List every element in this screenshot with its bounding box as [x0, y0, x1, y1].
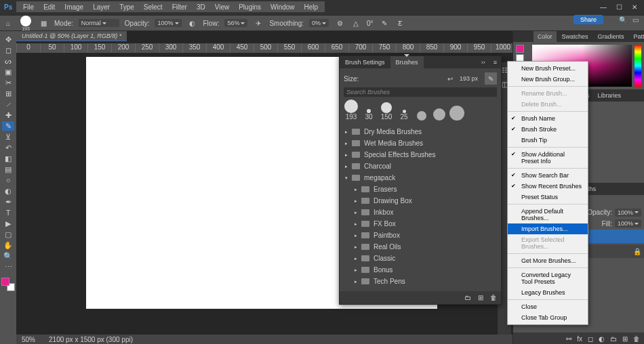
picker-fg[interactable]: [516, 45, 524, 53]
new-layer-icon[interactable]: ⊞: [622, 335, 628, 343]
flip-icon[interactable]: ↩: [447, 75, 453, 83]
crop-tool[interactable]: ✂: [2, 78, 14, 87]
brush-subfolder[interactable]: Paintbox: [353, 230, 497, 241]
size-value[interactable]: 193 px: [457, 74, 481, 83]
menu-help[interactable]: Help: [300, 2, 323, 12]
menu-item[interactable]: Show Additional Preset Info: [508, 149, 588, 167]
tab-gradients[interactable]: Gradients: [594, 31, 628, 42]
rectangle-tool[interactable]: ▢: [2, 230, 14, 239]
angle-icon[interactable]: △: [350, 18, 361, 28]
menu-layer[interactable]: Layer: [89, 2, 114, 12]
dodge-tool[interactable]: ◐: [2, 186, 14, 196]
stamp-tool[interactable]: ⊻: [2, 132, 14, 142]
brush-tip[interactable]: 30: [361, 109, 376, 121]
pen-tool[interactable]: ✒: [2, 197, 14, 207]
minimize-button[interactable]: —: [600, 3, 607, 11]
menu-view[interactable]: View: [211, 2, 234, 12]
menu-item[interactable]: Show Recent Brushes: [508, 181, 588, 192]
eyedropper-tool[interactable]: ⟋: [2, 100, 14, 109]
pressure-opacity-icon[interactable]: ◐: [187, 18, 198, 28]
hand-tool[interactable]: ✋: [2, 240, 14, 250]
menu-filter[interactable]: Filter: [168, 2, 191, 12]
delete-layer-icon[interactable]: 🗑: [633, 335, 640, 343]
menu-item[interactable]: New Brush Preset...: [508, 63, 588, 74]
marquee-tool[interactable]: ◻: [2, 45, 14, 55]
link-layers-icon[interactable]: ⚯: [566, 335, 571, 343]
menu-window[interactable]: Window: [266, 2, 299, 12]
menu-item[interactable]: Show Search Bar: [508, 170, 588, 181]
pressure-size-icon[interactable]: ✎: [379, 18, 390, 28]
object-select-tool[interactable]: ▣: [2, 67, 14, 77]
new-brush-icon[interactable]: ✎: [485, 72, 497, 85]
menu-plugins[interactable]: Plugins: [235, 2, 265, 12]
menu-item[interactable]: Close: [508, 301, 588, 312]
layer-style-icon[interactable]: fx: [577, 335, 582, 343]
tab-libraries[interactable]: Libraries: [594, 91, 626, 100]
brush-tip[interactable]: 25: [397, 110, 411, 121]
brush-folder[interactable]: megapack: [344, 172, 497, 184]
new-group-icon[interactable]: 🗀: [610, 335, 617, 343]
new-group-icon[interactable]: 🗀: [464, 294, 471, 301]
delete-brush-icon[interactable]: 🗑: [490, 294, 497, 301]
panel-collapse-icon[interactable]: ››: [477, 56, 489, 68]
menu-item[interactable]: Converted Legacy Tool Presets: [508, 270, 588, 287]
panel-menu-icon[interactable]: ≡: [489, 56, 501, 68]
menu-item[interactable]: Legacy Brushes: [508, 287, 588, 298]
smoothing-gear-icon[interactable]: ⚙: [334, 18, 345, 28]
search-brushes-input[interactable]: Search Brushes: [344, 87, 497, 97]
brush-subfolder[interactable]: FX Box: [353, 218, 497, 230]
share-button[interactable]: Share: [573, 15, 603, 24]
foreground-color[interactable]: [1, 278, 9, 286]
home-icon[interactable]: ⌂: [3, 18, 14, 28]
tab-swatches[interactable]: Swatches: [558, 31, 592, 42]
menu-item[interactable]: New Brush Group...: [508, 74, 588, 85]
color-swatches[interactable]: [1, 278, 15, 291]
symmetry-icon[interactable]: Ƹ: [395, 18, 406, 28]
zoom-level[interactable]: 50%: [22, 336, 35, 343]
menu-edit[interactable]: Edit: [39, 2, 59, 12]
brush-tip[interactable]: [449, 106, 464, 121]
hue-slider[interactable]: [635, 45, 641, 87]
brush-preview[interactable]: [20, 16, 31, 26]
new-brush-icon[interactable]: ⊞: [478, 294, 483, 301]
brush-subfolder[interactable]: Drawing Box: [353, 195, 497, 207]
layer-opacity-value[interactable]: 100%: [615, 209, 641, 217]
brush-tool[interactable]: ✎: [2, 121, 14, 131]
brush-subfolder[interactable]: Tech Pens: [353, 276, 497, 287]
brush-folder[interactable]: Charcoal: [344, 160, 497, 172]
brush-subfolder[interactable]: Bonus: [353, 264, 497, 276]
brush-subfolder[interactable]: Real Oils: [353, 241, 497, 253]
brush-folder[interactable]: Wet Media Brushes: [344, 137, 497, 149]
menu-item[interactable]: Brush Stroke: [508, 124, 588, 135]
edit-toolbar[interactable]: ⋯: [2, 262, 14, 272]
history-brush-tool[interactable]: ↶: [2, 143, 14, 152]
menu-item[interactable]: Get More Brushes...: [508, 255, 588, 266]
search-icon[interactable]: 🔍: [619, 16, 627, 24]
tab-patterns[interactable]: Patterns: [630, 31, 644, 42]
brush-folder[interactable]: Special Effects Brushes: [344, 149, 497, 160]
brush-tip[interactable]: [432, 108, 447, 121]
lasso-tool[interactable]: ᔕ: [2, 56, 14, 66]
brush-tip[interactable]: [414, 111, 429, 121]
brush-subfolder[interactable]: Erasers: [353, 184, 497, 195]
menu-item[interactable]: Close Tab Group: [508, 312, 588, 323]
path-select-tool[interactable]: ▶: [2, 219, 14, 228]
brush-subfolder[interactable]: Inkbox: [353, 207, 497, 218]
menu-item[interactable]: Brush Name: [508, 113, 588, 124]
opacity-value[interactable]: 100%: [155, 19, 181, 27]
tab-brush-settings[interactable]: Brush Settings: [340, 56, 390, 68]
brush-panel-toggle[interactable]: ▦: [38, 18, 49, 28]
brush-subfolder[interactable]: Classic: [353, 253, 497, 264]
heal-tool[interactable]: ✚: [2, 110, 14, 120]
adjustment-layer-icon[interactable]: ◐: [599, 335, 605, 343]
brush-tip[interactable]: 150: [379, 102, 394, 121]
document-tab[interactable]: Untitled-1 @ 50% (Layer 1, RGB/8) *: [16, 31, 127, 41]
menu-image[interactable]: Image: [60, 2, 87, 12]
menu-item[interactable]: Append Default Brushes...: [508, 206, 588, 223]
menu-item[interactable]: Brush Tip: [508, 135, 588, 146]
frame-tool[interactable]: ⊞: [2, 89, 14, 98]
tab-color[interactable]: Color: [534, 31, 557, 42]
airbrush-icon[interactable]: ✈: [253, 18, 264, 28]
menu-file[interactable]: File: [19, 2, 38, 12]
maximize-button[interactable]: ☐: [616, 3, 622, 11]
